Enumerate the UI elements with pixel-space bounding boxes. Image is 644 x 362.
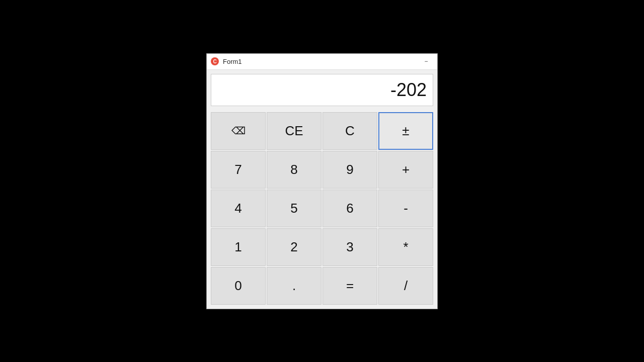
two-button[interactable]: 2 bbox=[267, 228, 321, 266]
title-bar: C Form1 − bbox=[207, 54, 437, 70]
minimize-button[interactable]: − bbox=[419, 56, 433, 67]
zero-button[interactable]: 0 bbox=[211, 267, 266, 305]
backspace-button[interactable]: ⌫ bbox=[211, 112, 266, 150]
equals-button[interactable]: = bbox=[323, 267, 377, 305]
four-button[interactable]: 4 bbox=[211, 190, 266, 227]
button-grid: ⌫CEC±789+456-123*0.=/ bbox=[207, 110, 437, 309]
three-button[interactable]: 3 bbox=[323, 228, 377, 266]
minus-button[interactable]: - bbox=[378, 190, 433, 227]
app-icon-label: C bbox=[213, 59, 216, 64]
nine-button[interactable]: 9 bbox=[323, 151, 377, 189]
divide-button[interactable]: / bbox=[378, 267, 433, 305]
window-controls: − bbox=[419, 56, 433, 67]
six-button[interactable]: 6 bbox=[323, 190, 377, 227]
ce-button[interactable]: CE bbox=[267, 112, 321, 150]
decimal-button[interactable]: . bbox=[267, 267, 321, 305]
multiply-button[interactable]: * bbox=[378, 228, 433, 266]
window-title: Form1 bbox=[223, 58, 419, 65]
five-button[interactable]: 5 bbox=[267, 190, 321, 227]
plus-button[interactable]: + bbox=[378, 151, 433, 189]
display-value: -202 bbox=[390, 79, 427, 101]
one-button[interactable]: 1 bbox=[211, 228, 266, 266]
clear-button[interactable]: C bbox=[323, 112, 377, 150]
calculator-display: -202 bbox=[211, 74, 433, 106]
app-icon: C bbox=[211, 57, 219, 65]
seven-button[interactable]: 7 bbox=[211, 151, 266, 189]
calculator-window: C Form1 − -202 ⌫CEC±789+456-123*0.=/ bbox=[206, 53, 438, 309]
eight-button[interactable]: 8 bbox=[267, 151, 321, 189]
plus-minus-button[interactable]: ± bbox=[378, 112, 433, 150]
